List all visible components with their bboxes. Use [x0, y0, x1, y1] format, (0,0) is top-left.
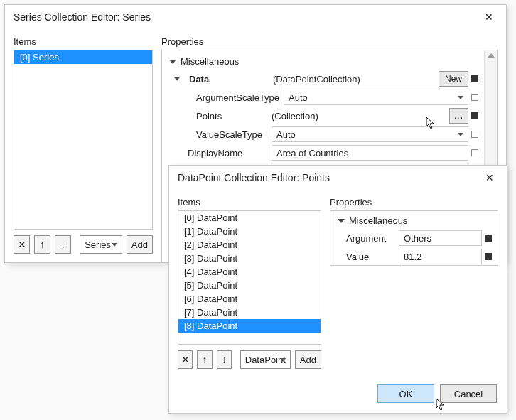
- list-item[interactable]: [0] DataPoint: [178, 211, 321, 225]
- group-miscellaneous[interactable]: Miscellaneous: [336, 214, 492, 229]
- prop-data: Data (DataPointCollection) New: [168, 70, 478, 88]
- list-item[interactable]: [0] Series: [14, 50, 152, 64]
- value-input[interactable]: 81.2: [399, 249, 482, 264]
- marker-icon: [471, 112, 478, 119]
- list-item[interactable]: [7] DataPoint: [178, 306, 321, 319]
- marker-icon: [485, 253, 492, 260]
- type-combo[interactable]: Series: [80, 235, 122, 254]
- prop-argument: Argument Others: [336, 229, 492, 247]
- dialog-title: DataPoint Collection Editor: Points: [178, 172, 330, 183]
- move-down-button[interactable]: ↓: [217, 350, 232, 369]
- argumentscaletype-combo[interactable]: Auto: [284, 90, 468, 105]
- list-item[interactable]: [4] DataPoint: [178, 265, 321, 279]
- displayname-input[interactable]: Area of Countries: [272, 145, 468, 161]
- prop-value: Value 81.2: [336, 247, 492, 266]
- list-item[interactable]: [3] DataPoint: [178, 252, 321, 265]
- add-button[interactable]: Add: [127, 235, 153, 254]
- chevron-down-icon[interactable]: [174, 77, 181, 80]
- marker-icon: [471, 94, 478, 101]
- items-toolbar: ✕ ↑ ↓ DataPoint Add: [178, 345, 321, 377]
- items-toolbar: ✕ ↑ ↓ Series Add: [14, 230, 153, 262]
- properties-section-label: Properties: [161, 36, 498, 50]
- move-up-button[interactable]: ↑: [34, 235, 50, 254]
- delete-button[interactable]: ✕: [178, 350, 193, 369]
- delete-button[interactable]: ✕: [14, 235, 30, 254]
- group-miscellaneous[interactable]: Miscellaneous: [168, 55, 478, 70]
- list-item[interactable]: [8] DataPoint: [178, 319, 321, 333]
- list-item[interactable]: [2] DataPoint: [178, 238, 321, 252]
- chevron-down-icon: [338, 219, 345, 223]
- scroll-up-icon: [488, 53, 495, 58]
- points-ellipsis-button[interactable]: ...: [449, 108, 468, 124]
- valuescaletype-combo[interactable]: Auto: [272, 126, 468, 142]
- datapoint-listbox[interactable]: [0] DataPoint [1] DataPoint [2] DataPoin…: [178, 210, 321, 345]
- dialog-title: Series Collection Editor: Series: [14, 11, 151, 23]
- add-button[interactable]: Add: [295, 350, 321, 369]
- close-icon[interactable]: ✕: [479, 10, 499, 24]
- cancel-button[interactable]: Cancel: [440, 384, 497, 403]
- argument-input[interactable]: Others: [399, 230, 482, 246]
- titlebar: DataPoint Collection Editor: Points ✕: [169, 166, 507, 190]
- list-item[interactable]: [6] DataPoint: [178, 292, 321, 306]
- close-icon[interactable]: ✕: [480, 171, 500, 185]
- items-section-label: Items: [14, 36, 153, 50]
- new-button[interactable]: New: [439, 71, 468, 87]
- chevron-down-icon: [169, 60, 176, 64]
- marker-icon: [471, 149, 478, 156]
- type-combo[interactable]: DataPoint: [240, 350, 291, 369]
- property-grid: Miscellaneous Argument Others Value 81.2: [330, 210, 498, 266]
- titlebar: Series Collection Editor: Series ✕: [5, 5, 506, 29]
- list-item[interactable]: [5] DataPoint: [178, 279, 321, 292]
- items-section-label: Items: [178, 197, 321, 210]
- prop-valuescaletype: ValueScaleType Auto: [168, 125, 478, 144]
- marker-icon: [471, 75, 478, 82]
- ok-button[interactable]: OK: [377, 384, 434, 403]
- series-listbox[interactable]: [0] Series: [14, 50, 153, 230]
- prop-displayname: DisplayName Area of Countries: [168, 144, 478, 162]
- list-item[interactable]: [1] DataPoint: [178, 225, 321, 238]
- move-down-button[interactable]: ↓: [55, 235, 71, 254]
- dialog-footer: OK Cancel: [169, 377, 507, 413]
- marker-icon: [471, 131, 478, 138]
- move-up-button[interactable]: ↑: [197, 350, 212, 369]
- datapoint-editor-dialog: DataPoint Collection Editor: Points ✕ It…: [168, 165, 507, 414]
- prop-argumentscaletype: ArgumentScaleType Auto: [168, 88, 478, 107]
- properties-section-label: Properties: [330, 197, 498, 210]
- prop-points: Points (Collection) ...: [168, 107, 478, 125]
- marker-icon: [485, 235, 492, 242]
